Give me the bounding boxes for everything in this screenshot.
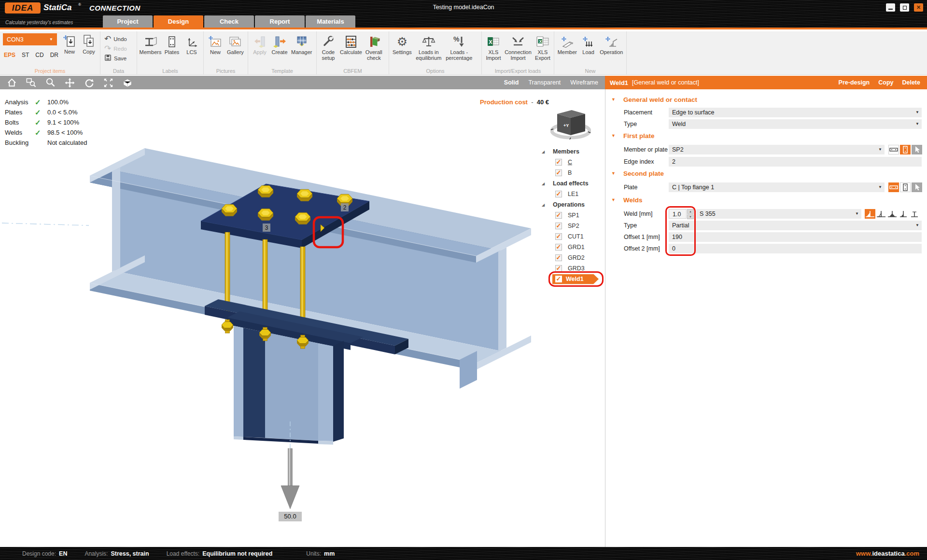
tree-item-sp1[interactable]: ✓SP1 [533, 210, 604, 221]
mode-eps[interactable]: EPS [4, 52, 15, 58]
zoom-button[interactable] [44, 77, 56, 88]
pick-plate-icon-button-selected[interactable] [900, 145, 911, 154]
home-view-button[interactable] [6, 77, 17, 88]
weld-type-5-button[interactable] [909, 209, 920, 219]
overall-check-button[interactable]: Overallcheck [364, 33, 384, 62]
checkbox-checked-icon[interactable]: ✓ [555, 212, 562, 219]
section-second-plate[interactable]: ▼Second plate [611, 170, 664, 177]
delete-operation-button[interactable]: Delete [902, 79, 920, 86]
tab-project[interactable]: Project [103, 15, 153, 28]
plate-select[interactable]: C | Top flange 1▼ [669, 182, 885, 192]
tree-item-grd3[interactable]: ✓GRD3 [533, 263, 604, 274]
tree-item-le1[interactable]: ✓LE1 [533, 189, 604, 199]
copy-project-item-button[interactable]: Copy [79, 32, 98, 56]
code-setup-button[interactable]: Codesetup [319, 33, 338, 62]
checkbox-checked-icon[interactable]: ✓ [555, 169, 562, 176]
placement-select[interactable]: Edge to surface▼ [669, 108, 922, 117]
new-member-button[interactable]: Member [556, 33, 578, 56]
new-picture-button[interactable]: New [206, 33, 225, 56]
render-mode-wireframe[interactable]: Wireframe [570, 79, 598, 86]
pick-plate-icon-button[interactable] [900, 182, 911, 192]
tab-report[interactable]: Report [255, 15, 305, 28]
gallery-button[interactable]: Gallery [225, 33, 245, 56]
member-or-plate-select[interactable]: SP2▼ [669, 145, 885, 154]
settings-button[interactable]: ⚙ Settings [391, 33, 413, 56]
tree-item-cut1[interactable]: ✓CUT1 [533, 231, 604, 242]
loads-percentage-button[interactable]: % Loads -percentage [444, 33, 474, 62]
checkbox-checked-icon[interactable]: ✓ [555, 254, 562, 261]
weld-size-stepper[interactable]: ▲ ▼ [687, 209, 694, 219]
create-template-button[interactable]: Create [270, 33, 289, 56]
calculate-button[interactable]: Calculate [338, 33, 364, 56]
loads-in-equilibrium-button[interactable]: Loads inequilibrium [414, 33, 444, 62]
viewport-3d[interactable]: 2 3 50.0 Analysis✓100.0% Plates✓0.0 < 5.… [0, 89, 605, 547]
offset2-input[interactable]: 0 [669, 244, 922, 253]
minimize-button[interactable] [886, 3, 895, 12]
expander-icon[interactable]: ◢ [542, 203, 545, 207]
tab-materials[interactable]: Materials [306, 15, 355, 28]
pick-member-icon-button-selected[interactable] [888, 182, 899, 192]
zoom-window-button[interactable] [25, 77, 37, 88]
rotate-button[interactable] [83, 77, 95, 88]
tab-design[interactable]: Design [154, 15, 203, 28]
section-welds[interactable]: ▼Welds [611, 196, 642, 204]
tab-check[interactable]: Check [204, 15, 254, 28]
checkbox-checked-icon[interactable]: ✓ [555, 233, 562, 240]
edge-index-field[interactable]: 2 [669, 157, 922, 167]
weld-material-select[interactable]: S 355▼ [696, 209, 861, 219]
checkbox-checked-icon[interactable]: ✓ [555, 223, 562, 229]
close-button[interactable]: ✕ [914, 3, 923, 12]
tree-item-sp2[interactable]: ✓SP2 [533, 221, 604, 231]
mode-cd[interactable]: CD [35, 52, 43, 58]
new-project-item-button[interactable]: New [60, 32, 79, 56]
section-general-weld[interactable]: ▼General weld or contact [611, 96, 697, 103]
expander-icon[interactable]: ◢ [542, 182, 545, 186]
render-mode-solid[interactable]: Solid [504, 79, 519, 86]
lcs-button[interactable]: LCS [182, 33, 201, 56]
save-button[interactable]: Save [102, 54, 129, 63]
tree-item-member-b[interactable]: ✓B [533, 168, 604, 178]
stepper-up-icon[interactable]: ▲ [687, 209, 694, 214]
solid-view-icon[interactable] [122, 77, 133, 88]
navigation-cube[interactable]: +Y [550, 108, 591, 140]
plates-button[interactable]: Plates [162, 33, 182, 56]
undo-button[interactable]: ↶Undo [102, 34, 129, 43]
checkbox-checked-icon[interactable]: ✓ [555, 244, 562, 251]
maximize-button[interactable] [900, 3, 909, 12]
members-button[interactable]: Members [139, 33, 162, 56]
mode-dr[interactable]: DR [50, 52, 58, 58]
checkbox-checked-icon[interactable]: ✓ [555, 276, 562, 282]
xls-export-button[interactable]: X XLSExport [533, 33, 552, 62]
new-load-button[interactable]: Load [579, 33, 598, 56]
expander-icon[interactable]: ◢ [542, 150, 545, 154]
new-operation-button[interactable]: Operation [599, 33, 624, 56]
weld-type-fillet-button-selected[interactable] [865, 209, 875, 219]
select-in-scene-button[interactable] [912, 145, 922, 154]
stepper-down-icon[interactable]: ▼ [687, 214, 694, 219]
offset1-input[interactable]: 190 [669, 232, 922, 242]
xls-import-button[interactable]: X XLSImport [484, 33, 503, 62]
section-first-plate[interactable]: ▼First plate [611, 132, 654, 140]
tree-item-member-c[interactable]: ✓C [533, 157, 604, 168]
predesign-button[interactable]: Pre-design [839, 79, 870, 86]
weld-type-3-button[interactable] [887, 209, 898, 219]
checkbox-checked-icon[interactable]: ✓ [555, 191, 562, 197]
weld1-selected-tag[interactable]: ✓ Weld1 [552, 274, 599, 284]
weld-contact-type-select[interactable]: Weld▼ [669, 119, 922, 129]
render-mode-transparent[interactable]: Transparent [528, 79, 561, 86]
fit-view-button[interactable] [102, 77, 114, 88]
weld-type-select[interactable]: Partial▼ [669, 221, 922, 230]
mode-st[interactable]: ST [22, 52, 29, 58]
pick-member-icon-button[interactable] [888, 145, 899, 154]
weld-type-2-button[interactable] [876, 209, 886, 219]
manager-template-button[interactable]: Manager [290, 33, 313, 56]
tree-item-grd2[interactable]: ✓GRD2 [533, 252, 604, 263]
connection-import-button[interactable]: ConnectionImport [504, 33, 533, 62]
weld-type-4-button[interactable] [898, 209, 909, 219]
load-arrow[interactable]: 50.0 [279, 448, 302, 521]
website-link[interactable]: www.ideastatica.com [856, 550, 927, 557]
checkbox-checked-icon[interactable]: ✓ [555, 159, 562, 166]
tree-item-weld1-selected[interactable]: ✓ Weld1 [533, 274, 604, 284]
checkbox-checked-icon[interactable]: ✓ [555, 265, 562, 272]
redo-button[interactable]: ↷Redo [102, 44, 129, 53]
